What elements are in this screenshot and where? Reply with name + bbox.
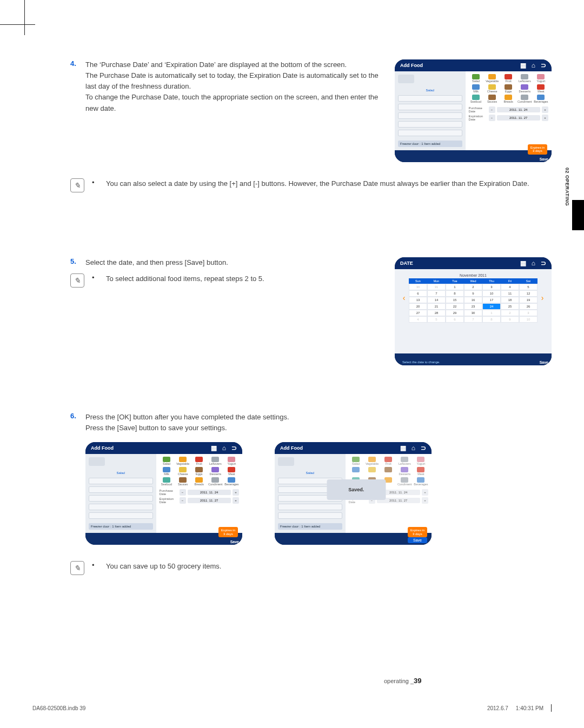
cal-cell[interactable]: 29: [446, 310, 464, 316]
cat-condiment[interactable]: Condiment: [517, 95, 532, 103]
cal-cell[interactable]: 6: [409, 290, 427, 297]
back-icon[interactable]: ⊃: [421, 444, 426, 452]
cal-cell[interactable]: 2: [501, 310, 519, 316]
cal-cell[interactable]: 8: [446, 290, 464, 297]
cal-cell[interactable]: 3: [482, 284, 501, 290]
cal-cell[interactable]: 9: [464, 290, 482, 297]
step-4-line2: The Purchase Date is automatically set t…: [85, 71, 379, 90]
minus-button[interactable]: −: [180, 497, 186, 504]
cal-cell[interactable]: 5: [519, 284, 537, 290]
cal-next-arrow[interactable]: ›: [537, 293, 547, 302]
cat-desserts[interactable]: Desserts: [517, 84, 532, 93]
back-icon[interactable]: ⊃: [541, 259, 546, 267]
save-corner-hint[interactable]: Save: [540, 157, 548, 161]
fridge-footer-text: Freezer door : 1 Item added: [398, 141, 462, 147]
note-1-text: You can also select a date by using the …: [106, 178, 529, 189]
cal-cell-selected[interactable]: 24: [482, 303, 501, 310]
cal-save-corner[interactable]: Save: [540, 360, 548, 364]
home-icon[interactable]: ⌂: [532, 259, 535, 267]
cal-cell[interactable]: 7: [427, 290, 446, 297]
cal-cell[interactable]: 5: [427, 316, 446, 323]
step-6-line2: Press the [Save] button to save your set…: [85, 424, 227, 432]
cal-cell[interactable]: 4: [501, 284, 519, 290]
cal-cell[interactable]: 30: [409, 284, 427, 290]
purchase-date-label: Purchase Date: [469, 106, 487, 113]
cal-cell[interactable]: 10: [519, 316, 537, 323]
cat-sauces[interactable]: Sauces: [485, 95, 500, 103]
cat-seafood[interactable]: Seafood: [469, 95, 483, 103]
cal-cell[interactable]: 3: [519, 310, 537, 316]
cal-cell[interactable]: 18: [501, 297, 519, 303]
save-corner-hint[interactable]: Save: [230, 540, 239, 544]
cal-cell[interactable]: 26: [519, 303, 537, 310]
cal-cell[interactable]: 25: [501, 303, 519, 310]
footer-time: 1:40:31 PM: [516, 705, 543, 711]
footer-divider: [551, 704, 552, 712]
cat-yogurt[interactable]: Yogurt: [534, 74, 548, 83]
fridge-tag-label: Salad: [398, 88, 462, 93]
save-button[interactable]: Save: [408, 537, 427, 543]
cal-cell[interactable]: 14: [427, 297, 446, 303]
cat-vegetable[interactable]: Vegetable: [485, 74, 500, 83]
plus-button[interactable]: +: [233, 489, 239, 496]
purchase-minus-button[interactable]: −: [489, 106, 495, 113]
cal-cell[interactable]: 1: [446, 284, 464, 290]
expiration-plus-button[interactable]: +: [542, 115, 548, 121]
cal-cell[interactable]: 20: [409, 303, 427, 310]
page-footer: DA68-02500B.indb 39 operating _39 2012.6…: [0, 704, 584, 712]
widget-icon[interactable]: ▦: [400, 444, 406, 452]
cal-cell[interactable]: 10: [482, 290, 501, 297]
cat-eggs[interactable]: Eggs: [501, 84, 516, 93]
expiration-date-label: Expiration Date: [469, 115, 487, 121]
cal-cell[interactable]: 6: [446, 316, 464, 323]
cal-cell[interactable]: 16: [464, 297, 482, 303]
cal-cell[interactable]: 9: [501, 316, 519, 323]
cat-beverages[interactable]: Beverages: [534, 95, 548, 103]
purchase-date-value[interactable]: 2011. 11. 24: [497, 107, 541, 112]
widget-icon[interactable]: ▦: [520, 62, 526, 69]
page-content: 4. The ‘Purchase Date’ and ‘Expiration D…: [0, 0, 584, 575]
cal-cell[interactable]: 23: [464, 303, 482, 310]
cal-cell[interactable]: 7: [464, 316, 482, 323]
widget-icon[interactable]: ▦: [520, 259, 526, 267]
cal-cell[interactable]: 31: [427, 284, 446, 290]
cal-cell[interactable]: 11: [501, 290, 519, 297]
cat-fruit[interactable]: Fruit: [501, 74, 516, 83]
back-icon[interactable]: ⊃: [231, 444, 237, 452]
cal-cell[interactable]: 15: [446, 297, 464, 303]
expiration-minus-button[interactable]: −: [489, 115, 495, 121]
cal-cell[interactable]: 12: [519, 290, 537, 297]
step-6-line1: Press the [OK] button after you have com…: [85, 413, 289, 421]
cal-cell[interactable]: 22: [446, 303, 464, 310]
cal-cell[interactable]: 19: [519, 297, 537, 303]
cal-cell[interactable]: 8: [482, 316, 501, 323]
purchase-plus-button[interactable]: +: [542, 106, 548, 113]
cal-cell[interactable]: 27: [409, 310, 427, 316]
home-icon[interactable]: ⌂: [412, 444, 415, 452]
expiration-date-value[interactable]: 2011. 11. 27: [497, 115, 541, 121]
cat-meat[interactable]: Meat: [534, 84, 548, 93]
cal-cell[interactable]: 1: [482, 310, 501, 316]
widget-icon[interactable]: ▦: [211, 444, 217, 452]
step-6: 6. Press the [OK] button after you have …: [70, 412, 552, 433]
cal-cell[interactable]: 2: [464, 284, 482, 290]
plus-button[interactable]: +: [233, 497, 239, 504]
minus-button[interactable]: −: [180, 489, 186, 496]
cal-cell[interactable]: 13: [409, 297, 427, 303]
bullet-icon: •: [92, 178, 98, 186]
cal-cell[interactable]: 28: [427, 310, 446, 316]
cal-cell[interactable]: 17: [482, 297, 501, 303]
cat-cheese[interactable]: Cheese: [485, 84, 500, 93]
expires-badge: Expires in 3 days: [218, 527, 238, 537]
cal-cell[interactable]: 21: [427, 303, 446, 310]
cal-cell[interactable]: 4: [409, 316, 427, 323]
cal-prev-arrow[interactable]: ‹: [399, 293, 409, 302]
back-icon[interactable]: ⊃: [541, 62, 546, 69]
cal-cell[interactable]: 30: [464, 310, 482, 316]
cat-breads[interactable]: Breads: [501, 95, 516, 103]
home-icon[interactable]: ⌂: [222, 444, 226, 452]
cat-milk[interactable]: Milk: [469, 84, 483, 93]
home-icon[interactable]: ⌂: [532, 62, 535, 69]
cat-salad[interactable]: Salad: [469, 74, 483, 83]
cat-leftovers[interactable]: Leftovers: [517, 74, 532, 83]
